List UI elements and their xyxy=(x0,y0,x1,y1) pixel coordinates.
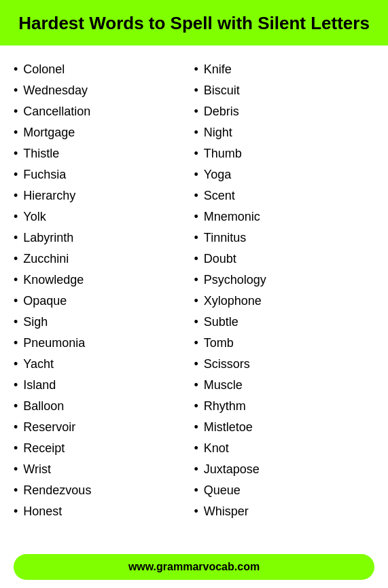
list-item: •Whisper xyxy=(194,501,375,522)
list-item: •Pneumonia xyxy=(14,333,194,354)
bullet-icon: • xyxy=(194,231,198,245)
bullet-icon: • xyxy=(14,357,18,371)
word-text: Queue xyxy=(204,483,241,498)
bullet-icon: • xyxy=(14,483,18,498)
footer-url: www.grammarvocab.com xyxy=(128,561,260,572)
word-text: Scissors xyxy=(204,357,250,371)
bullet-icon: • xyxy=(194,357,198,371)
page-header: Hardest Words to Spell with Silent Lette… xyxy=(0,0,388,45)
bullet-icon: • xyxy=(194,462,198,477)
bullet-icon: • xyxy=(194,168,198,182)
word-text: Xylophone xyxy=(204,294,262,308)
word-text: Whisper xyxy=(204,504,249,519)
bullet-icon: • xyxy=(14,189,18,203)
bullet-icon: • xyxy=(194,189,198,203)
list-item: •Biscuit xyxy=(194,80,375,101)
word-text: Tinnitus xyxy=(204,231,246,245)
list-item: •Reservoir xyxy=(14,417,194,438)
bullet-icon: • xyxy=(14,126,18,140)
word-text: Biscuit xyxy=(204,84,240,98)
list-item: •Colonel xyxy=(14,59,194,80)
bullet-icon: • xyxy=(194,483,198,498)
word-text: Tomb xyxy=(204,336,234,350)
word-text: Knowledge xyxy=(23,273,84,287)
word-text: Wednesday xyxy=(23,84,88,98)
list-item: •Mistletoe xyxy=(194,417,375,438)
list-item: •Yacht xyxy=(14,354,194,375)
word-text: Reservoir xyxy=(23,420,75,435)
word-text: Hierarchy xyxy=(23,189,75,203)
bullet-icon: • xyxy=(14,168,18,182)
list-item: •Night xyxy=(194,122,375,143)
word-text: Yolk xyxy=(23,210,46,224)
list-item: •Yoga xyxy=(194,164,375,185)
word-text: Rhythm xyxy=(204,399,246,414)
list-item: •Queue xyxy=(194,480,375,501)
word-text: Fuchsia xyxy=(23,168,66,182)
bullet-icon: • xyxy=(194,399,198,414)
list-item: •Tomb xyxy=(194,333,375,354)
bullet-icon: • xyxy=(14,441,18,456)
list-item: •Thumb xyxy=(194,143,375,164)
list-item: •Debris xyxy=(194,101,375,122)
list-item: •Cancellation xyxy=(14,101,194,122)
list-item: •Knowledge xyxy=(14,270,194,291)
list-item: •Balloon xyxy=(14,396,194,417)
bullet-icon: • xyxy=(14,336,18,350)
word-text: Thumb xyxy=(204,147,242,161)
list-item: •Rendezvous xyxy=(14,480,194,501)
word-text: Mnemonic xyxy=(204,210,260,224)
bullet-icon: • xyxy=(14,399,18,414)
word-text: Mortgage xyxy=(23,126,75,140)
bullet-icon: • xyxy=(14,105,18,119)
bullet-icon: • xyxy=(194,294,198,308)
word-text: Honest xyxy=(23,504,62,519)
bullet-icon: • xyxy=(14,273,18,287)
bullet-icon: • xyxy=(14,62,18,77)
word-text: Psychology xyxy=(204,273,266,287)
word-text: Sigh xyxy=(23,315,48,329)
list-item: •Yolk xyxy=(14,206,194,227)
list-item: •Honest xyxy=(14,501,194,522)
left-column: •Colonel•Wednesday•Cancellation•Mortgage… xyxy=(14,59,194,536)
word-text: Muscle xyxy=(204,378,243,392)
page-title: Hardest Words to Spell with Silent Lette… xyxy=(14,12,374,35)
bullet-icon: • xyxy=(14,504,18,519)
word-text: Yoga xyxy=(204,168,231,182)
list-item: •Xylophone xyxy=(194,291,375,312)
list-item: •Labyrinth xyxy=(14,227,194,249)
bullet-icon: • xyxy=(194,210,198,224)
list-item: •Wrist xyxy=(14,459,194,480)
bullet-icon: • xyxy=(194,105,198,119)
word-text: Subtle xyxy=(204,315,239,329)
word-text: Night xyxy=(204,126,232,140)
list-item: •Psychology xyxy=(194,270,375,291)
list-item: •Subtle xyxy=(194,312,375,333)
right-column: •Knife•Biscuit•Debris•Night•Thumb•Yoga•S… xyxy=(194,59,375,536)
list-item: •Knife xyxy=(194,59,375,80)
word-text: Island xyxy=(23,378,56,392)
list-item: •Tinnitus xyxy=(194,227,375,249)
bullet-icon: • xyxy=(14,147,18,161)
bullet-icon: • xyxy=(194,420,198,435)
bullet-icon: • xyxy=(14,294,18,308)
list-item: •Mnemonic xyxy=(194,206,375,227)
bullet-icon: • xyxy=(194,441,198,456)
word-text: Juxtapose xyxy=(204,462,260,477)
word-text: Debris xyxy=(204,105,239,119)
bullet-icon: • xyxy=(194,62,198,77)
bullet-icon: • xyxy=(194,315,198,329)
word-text: Colonel xyxy=(23,62,65,77)
bullet-icon: • xyxy=(14,420,18,435)
bullet-icon: • xyxy=(14,315,18,329)
list-item: •Receipt xyxy=(14,438,194,459)
list-item: •Wednesday xyxy=(14,80,194,101)
bullet-icon: • xyxy=(14,210,18,224)
list-item: •Knot xyxy=(194,438,375,459)
word-text: Opaque xyxy=(23,294,67,308)
bullet-icon: • xyxy=(194,378,198,392)
list-item: •Mortgage xyxy=(14,122,194,143)
word-text: Pneumonia xyxy=(23,336,85,350)
bullet-icon: • xyxy=(14,84,18,98)
bullet-icon: • xyxy=(14,231,18,245)
